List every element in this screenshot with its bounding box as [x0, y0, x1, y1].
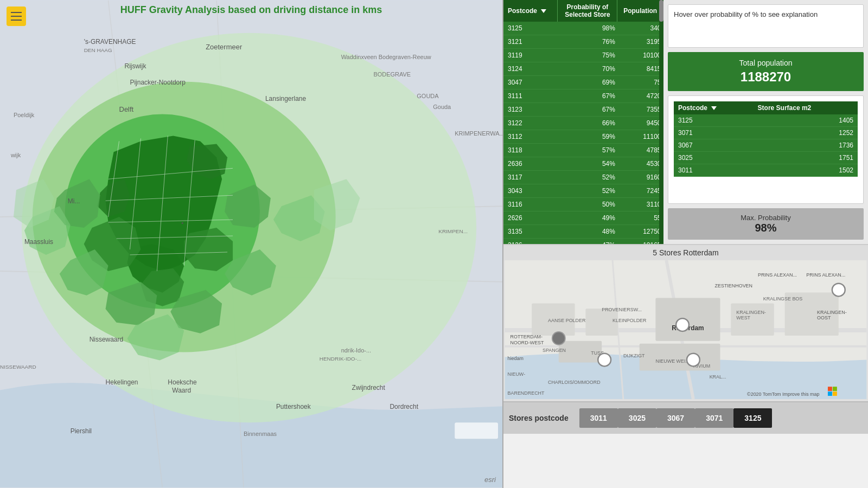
row-postcode: 3124: [503, 62, 558, 76]
row-population: 9450: [617, 117, 663, 130]
ps-sort-arrow: [711, 106, 717, 110]
max-probability-box: Max. Probability 98%: [668, 208, 864, 240]
total-population-box: Total population 1188270: [668, 52, 864, 91]
ps-row-surface: 1252: [754, 127, 858, 139]
svg-text:NIEUW-: NIEUW-: [508, 371, 526, 377]
table-row[interactable]: 3043 52% 7245: [503, 184, 663, 198]
right-panel: Postcode Probability ofSelected Store Po…: [503, 0, 868, 488]
row-postcode: 3116: [503, 198, 558, 211]
svg-text:Binnenmaas: Binnenmaas: [244, 431, 277, 437]
svg-text:Zoetermeer: Zoetermeer: [206, 43, 242, 51]
table-row[interactable]: 3118 57% 4785: [503, 144, 663, 157]
row-population: 55: [617, 211, 663, 225]
store-button-3067[interactable]: 3067: [656, 408, 695, 428]
row-population: 4720: [617, 89, 663, 103]
surface-table-row[interactable]: 3071 1252: [674, 127, 858, 139]
table-row[interactable]: 3125 98% 340: [503, 22, 663, 35]
stores-bar-label: Stores postcode: [509, 414, 569, 422]
store-marker-2[interactable]: [676, 318, 689, 331]
table-row[interactable]: 3136 47% 10165: [503, 239, 663, 245]
row-population: 75: [617, 76, 663, 89]
table-row[interactable]: 2626 49% 55: [503, 211, 663, 225]
svg-text:GOUDA: GOUDA: [417, 93, 439, 99]
svg-text:Hekelingen: Hekelingen: [106, 378, 138, 386]
table-row[interactable]: 3117 52% 9160: [503, 171, 663, 184]
svg-text:HENDRIK-IDO-...: HENDRIK-IDO-...: [320, 356, 362, 362]
ps-row-postcode: 3071: [674, 127, 754, 139]
table-row[interactable]: 3122 66% 9450: [503, 117, 663, 130]
store-marker-4[interactable]: [687, 354, 700, 367]
svg-text:PROVENIERSW...: PROVENIERSW...: [602, 307, 642, 312]
store-button-3011[interactable]: 3011: [579, 408, 618, 428]
table-row[interactable]: 3135 48% 12750: [503, 225, 663, 239]
svg-text:©2020 TomTom Improve this map: ©2020 TomTom Improve this map: [747, 391, 819, 397]
row-probability: 47%: [558, 239, 617, 245]
row-population: 10100: [617, 49, 663, 62]
svg-text:Poeldijk: Poeldijk: [14, 112, 35, 118]
total-pop-label: Total population: [674, 59, 857, 67]
esri-logo: esri: [484, 476, 496, 484]
row-postcode: 2636: [503, 157, 558, 171]
table-row[interactable]: 3116 50% 3110: [503, 198, 663, 211]
svg-text:DIJKZIGT: DIJKZIGT: [623, 353, 645, 358]
svg-text:Lansingerlane: Lansingerlane: [265, 95, 307, 102]
table-row[interactable]: 3119 75% 10100: [503, 49, 663, 62]
sort-arrow: [541, 9, 546, 13]
svg-text:ndrik-Ido-...: ndrik-Ido-...: [341, 347, 371, 354]
row-postcode: 3118: [503, 144, 558, 157]
surface-table-row[interactable]: 3125 1405: [674, 114, 858, 127]
surface-table-row[interactable]: 3067 1736: [674, 139, 858, 152]
ps-row-surface: 1405: [754, 114, 858, 127]
table-row[interactable]: 3121 76% 3195: [503, 35, 663, 49]
store-marker-5[interactable]: [832, 284, 845, 297]
table-row[interactable]: 3112 59% 11100: [503, 130, 663, 144]
surface-table-row[interactable]: 3011 1502: [674, 164, 858, 177]
row-postcode: 3117: [503, 171, 558, 184]
svg-text:KRALINGEN-: KRALINGEN-: [817, 310, 847, 315]
surface-table-row[interactable]: 3025 1751: [674, 152, 858, 164]
store-marker-1[interactable]: [552, 332, 565, 345]
store-button-3125[interactable]: 3125: [733, 408, 772, 428]
menu-button[interactable]: [7, 7, 26, 26]
row-postcode: 3121: [503, 35, 558, 49]
data-table-container[interactable]: Postcode Probability ofSelected Store Po…: [503, 0, 663, 244]
row-probability: 50%: [558, 198, 617, 211]
row-probability: 98%: [558, 22, 617, 35]
svg-text:NISSEWAARD: NISSEWAARD: [0, 364, 36, 370]
table-row[interactable]: 3111 67% 4720: [503, 89, 663, 103]
svg-text:•: •: [181, 220, 183, 226]
total-pop-value: 1188270: [674, 69, 857, 85]
ps-row-surface: 1502: [754, 164, 858, 177]
row-probability: 57%: [558, 144, 617, 157]
scrollbar-track[interactable]: [659, 0, 663, 244]
table-body: 3125 98% 340 3121 76% 3195 3119 75% 1010…: [503, 22, 663, 244]
store-button-3071[interactable]: 3071: [695, 408, 733, 428]
svg-text:Rijswijk: Rijswijk: [125, 62, 146, 70]
table-row[interactable]: 3123 67% 7355: [503, 103, 663, 117]
svg-text:Maassluis: Maassluis: [24, 238, 53, 246]
svg-text:NIEUWE WEI...: NIEUWE WEI...: [655, 358, 689, 364]
store-marker-3[interactable]: [598, 354, 611, 367]
store-button-3025[interactable]: 3025: [618, 408, 656, 428]
svg-text:BODEGRAVE: BODEGRAVE: [374, 71, 411, 78]
map-title: HUFF Gravity Analysis based on driving d…: [120, 4, 382, 16]
svg-text:ZESTIENHOVEN: ZESTIENHOVEN: [715, 283, 752, 288]
svg-text:KRIMPEN...: KRIMPEN...: [438, 228, 468, 234]
ps-row-postcode: 3025: [674, 152, 754, 164]
ps-row-postcode: 3011: [674, 164, 754, 177]
table-row[interactable]: 3124 70% 8415: [503, 62, 663, 76]
svg-text:Delft: Delft: [119, 105, 134, 113]
scrollbar-thumb[interactable]: [659, 0, 663, 22]
table-row[interactable]: 3047 69% 75: [503, 76, 663, 89]
probability-table: Postcode Probability ofSelected Store Po…: [503, 0, 663, 244]
row-postcode: 3135: [503, 225, 558, 239]
svg-text:AANSE POLDER: AANSE POLDER: [548, 318, 586, 323]
ps-row-postcode: 3067: [674, 139, 754, 152]
svg-text:Waard: Waard: [172, 387, 191, 394]
mini-map: 5 Stores Rotterdam ROTTERDAM-: [503, 244, 868, 401]
row-postcode: 3112: [503, 130, 558, 144]
table-row[interactable]: 2636 54% 4530: [503, 157, 663, 171]
population-header: Population: [617, 0, 663, 22]
main-map: HUFF Gravity Analysis based on driving d…: [0, 0, 503, 488]
hover-info-text: Hover over probability of % to see expla…: [674, 10, 818, 18]
